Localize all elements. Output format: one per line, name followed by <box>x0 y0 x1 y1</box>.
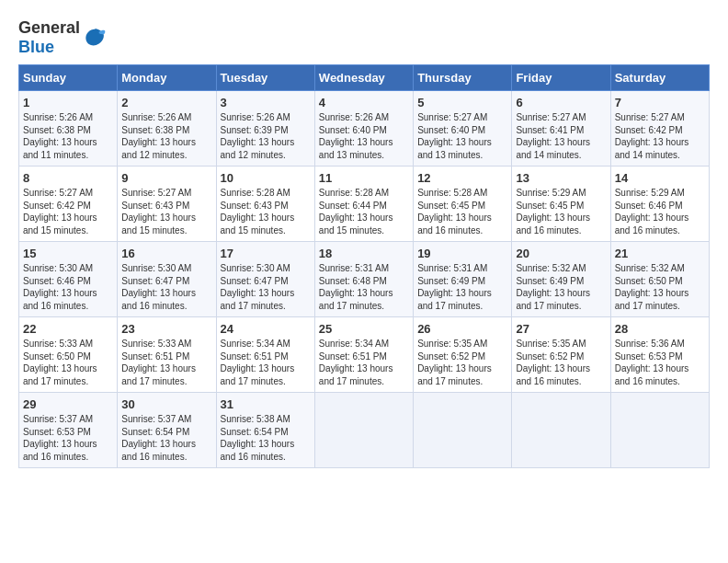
cell-info: Sunrise: 5:26 AMSunset: 6:38 PMDaylight:… <box>121 112 196 160</box>
calendar-cell: 2 Sunrise: 5:26 AMSunset: 6:38 PMDayligh… <box>118 91 216 167</box>
cell-info: Sunrise: 5:29 AMSunset: 6:46 PMDaylight:… <box>615 188 689 236</box>
day-number: 15 <box>23 247 113 260</box>
day-number: 26 <box>417 322 507 336</box>
cell-info: Sunrise: 5:26 AMSunset: 6:40 PMDaylight:… <box>319 112 393 160</box>
calendar-cell: 21 Sunrise: 5:32 AMSunset: 6:50 PMDaylig… <box>610 242 709 317</box>
calendar-cell: 24 Sunrise: 5:34 AMSunset: 6:51 PMDaylig… <box>216 317 314 393</box>
calendar-header-friday: Friday <box>512 65 610 91</box>
calendar-cell: 13 Sunrise: 5:29 AMSunset: 6:45 PMDaylig… <box>512 167 610 242</box>
logo-text: General Blue <box>18 18 80 57</box>
calendar-cell: 5 Sunrise: 5:27 AMSunset: 6:40 PMDayligh… <box>414 91 512 167</box>
day-number: 5 <box>417 96 507 109</box>
calendar-cell: 23 Sunrise: 5:33 AMSunset: 6:51 PMDaylig… <box>118 317 216 393</box>
cell-info: Sunrise: 5:35 AMSunset: 6:52 PMDaylight:… <box>516 339 590 386</box>
day-number: 24 <box>221 322 311 336</box>
cell-info: Sunrise: 5:29 AMSunset: 6:45 PMDaylight:… <box>516 188 590 236</box>
calendar-cell: 22 Sunrise: 5:33 AMSunset: 6:50 PMDaylig… <box>19 317 118 393</box>
day-number: 6 <box>516 96 606 109</box>
cell-info: Sunrise: 5:32 AMSunset: 6:50 PMDaylight:… <box>615 263 689 311</box>
calendar-header-tuesday: Tuesday <box>216 65 314 91</box>
day-number: 17 <box>221 247 311 260</box>
day-number: 22 <box>23 322 113 336</box>
day-number: 1 <box>23 96 113 109</box>
cell-info: Sunrise: 5:27 AMSunset: 6:42 PMDaylight:… <box>23 188 97 236</box>
day-number: 27 <box>516 322 606 336</box>
logo-blue: Blue <box>18 38 54 56</box>
calendar-week-row: 15 Sunrise: 5:30 AMSunset: 6:46 PMDaylig… <box>19 242 710 317</box>
day-number: 14 <box>615 171 705 185</box>
page-header: General Blue <box>18 18 710 57</box>
calendar-header-saturday: Saturday <box>610 65 709 91</box>
cell-info: Sunrise: 5:33 AMSunset: 6:51 PMDaylight:… <box>121 339 196 386</box>
cell-info: Sunrise: 5:38 AMSunset: 6:54 PMDaylight:… <box>221 414 295 462</box>
calendar-cell: 27 Sunrise: 5:35 AMSunset: 6:52 PMDaylig… <box>512 317 610 393</box>
cell-info: Sunrise: 5:32 AMSunset: 6:49 PMDaylight:… <box>516 263 590 311</box>
cell-info: Sunrise: 5:30 AMSunset: 6:47 PMDaylight:… <box>221 263 295 311</box>
calendar-table: SundayMondayTuesdayWednesdayThursdayFrid… <box>18 64 710 468</box>
cell-info: Sunrise: 5:27 AMSunset: 6:40 PMDaylight:… <box>417 112 492 160</box>
day-number: 4 <box>319 96 409 109</box>
cell-info: Sunrise: 5:30 AMSunset: 6:46 PMDaylight:… <box>23 263 97 311</box>
calendar-cell: 18 Sunrise: 5:31 AMSunset: 6:48 PMDaylig… <box>314 242 413 317</box>
cell-info: Sunrise: 5:26 AMSunset: 6:38 PMDaylight:… <box>23 112 97 160</box>
calendar-header-row: SundayMondayTuesdayWednesdayThursdayFrid… <box>19 65 710 91</box>
cell-info: Sunrise: 5:37 AMSunset: 6:54 PMDaylight:… <box>121 414 196 462</box>
day-number: 30 <box>121 397 211 411</box>
calendar-cell: 12 Sunrise: 5:28 AMSunset: 6:45 PMDaylig… <box>414 167 512 242</box>
cell-info: Sunrise: 5:34 AMSunset: 6:51 PMDaylight:… <box>319 339 393 386</box>
cell-info: Sunrise: 5:28 AMSunset: 6:43 PMDaylight:… <box>221 188 295 236</box>
cell-info: Sunrise: 5:28 AMSunset: 6:45 PMDaylight:… <box>417 188 492 236</box>
day-number: 21 <box>615 247 705 260</box>
cell-info: Sunrise: 5:27 AMSunset: 6:41 PMDaylight:… <box>516 112 590 160</box>
calendar-cell: 9 Sunrise: 5:27 AMSunset: 6:43 PMDayligh… <box>118 167 216 242</box>
cell-info: Sunrise: 5:27 AMSunset: 6:43 PMDaylight:… <box>121 188 196 236</box>
calendar-cell: 8 Sunrise: 5:27 AMSunset: 6:42 PMDayligh… <box>19 167 118 242</box>
cell-info: Sunrise: 5:33 AMSunset: 6:50 PMDaylight:… <box>23 339 97 386</box>
day-number: 29 <box>23 397 113 411</box>
calendar-week-row: 8 Sunrise: 5:27 AMSunset: 6:42 PMDayligh… <box>19 167 710 242</box>
day-number: 8 <box>23 171 113 185</box>
day-number: 7 <box>615 96 705 109</box>
calendar-cell: 3 Sunrise: 5:26 AMSunset: 6:39 PMDayligh… <box>216 91 314 167</box>
day-number: 23 <box>121 322 211 336</box>
calendar-cell <box>512 393 610 468</box>
calendar-cell: 29 Sunrise: 5:37 AMSunset: 6:53 PMDaylig… <box>19 393 118 468</box>
day-number: 2 <box>121 96 211 109</box>
day-number: 28 <box>615 322 705 336</box>
calendar-header-sunday: Sunday <box>19 65 118 91</box>
calendar-cell: 31 Sunrise: 5:38 AMSunset: 6:54 PMDaylig… <box>216 393 314 468</box>
calendar-cell: 1 Sunrise: 5:26 AMSunset: 6:38 PMDayligh… <box>19 91 118 167</box>
cell-info: Sunrise: 5:37 AMSunset: 6:53 PMDaylight:… <box>23 414 97 462</box>
cell-info: Sunrise: 5:27 AMSunset: 6:42 PMDaylight:… <box>615 112 689 160</box>
logo: General Blue <box>18 18 108 57</box>
calendar-cell: 26 Sunrise: 5:35 AMSunset: 6:52 PMDaylig… <box>414 317 512 393</box>
day-number: 20 <box>516 247 606 260</box>
cell-info: Sunrise: 5:31 AMSunset: 6:49 PMDaylight:… <box>417 263 492 311</box>
day-number: 13 <box>516 171 606 185</box>
calendar-week-row: 29 Sunrise: 5:37 AMSunset: 6:53 PMDaylig… <box>19 393 710 468</box>
day-number: 16 <box>121 247 211 260</box>
calendar-cell: 16 Sunrise: 5:30 AMSunset: 6:47 PMDaylig… <box>118 242 216 317</box>
calendar-cell <box>610 393 709 468</box>
calendar-cell: 20 Sunrise: 5:32 AMSunset: 6:49 PMDaylig… <box>512 242 610 317</box>
cell-info: Sunrise: 5:36 AMSunset: 6:53 PMDaylight:… <box>615 339 689 386</box>
day-number: 3 <box>221 96 311 109</box>
calendar-cell: 25 Sunrise: 5:34 AMSunset: 6:51 PMDaylig… <box>314 317 413 393</box>
calendar-cell: 19 Sunrise: 5:31 AMSunset: 6:49 PMDaylig… <box>414 242 512 317</box>
logo-general: General <box>18 18 80 37</box>
day-number: 11 <box>319 171 409 185</box>
calendar-week-row: 22 Sunrise: 5:33 AMSunset: 6:50 PMDaylig… <box>19 317 710 393</box>
calendar-cell: 7 Sunrise: 5:27 AMSunset: 6:42 PMDayligh… <box>610 91 709 167</box>
calendar-header-wednesday: Wednesday <box>314 65 413 91</box>
calendar-cell <box>314 393 413 468</box>
cell-info: Sunrise: 5:31 AMSunset: 6:48 PMDaylight:… <box>319 263 393 311</box>
day-number: 12 <box>417 171 507 185</box>
calendar-cell: 28 Sunrise: 5:36 AMSunset: 6:53 PMDaylig… <box>610 317 709 393</box>
calendar-cell: 15 Sunrise: 5:30 AMSunset: 6:46 PMDaylig… <box>19 242 118 317</box>
cell-info: Sunrise: 5:34 AMSunset: 6:51 PMDaylight:… <box>221 339 295 386</box>
logo-bird-icon <box>82 25 108 51</box>
cell-info: Sunrise: 5:35 AMSunset: 6:52 PMDaylight:… <box>417 339 492 386</box>
day-number: 19 <box>417 247 507 260</box>
calendar-cell: 4 Sunrise: 5:26 AMSunset: 6:40 PMDayligh… <box>314 91 413 167</box>
calendar-cell: 6 Sunrise: 5:27 AMSunset: 6:41 PMDayligh… <box>512 91 610 167</box>
